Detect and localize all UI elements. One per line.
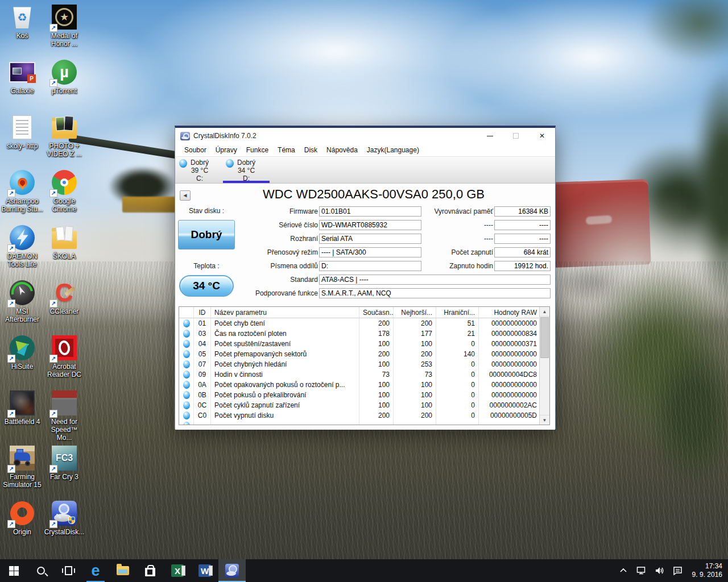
back-button[interactable]: ◄ [180,190,191,201]
icon-label: Google Chrome [43,197,85,213]
icon-label: HiSuite [11,363,34,371]
desktop-icon-photo-video[interactable]: PHOTO + VIDEO Z ... [43,114,85,169]
desktop-icon-skola[interactable]: ŠKOLA [43,224,85,279]
header-status [179,307,194,318]
field-label: Písmena oddílů [238,261,318,271]
smart-row[interactable]: 0C Počet cyklů zapnutí zařízení 100 100 … [179,400,549,410]
title-bar[interactable]: CrystalDiskInfo 7.0.2 ✕ [175,128,555,144]
drive-tab-d[interactable]: Dobrý 34 °C D: [223,157,270,183]
folder-icon [52,231,77,249]
desktop-icon-utorrent[interactable]: µ↗ µTorrent [43,59,85,114]
power-on-hours-field: 19912 hod. [494,261,551,271]
icon-label: Need for Speed™ Mo... [43,418,85,442]
volume-icon[interactable] [652,559,667,582]
start-button[interactable] [0,559,27,582]
table-scrollbar[interactable]: ▲ ▼ [539,307,549,425]
drive-tab-c[interactable]: Dobrý 39 °C C: [176,157,223,183]
drive-letter: C: [176,174,223,182]
health-orb-icon [179,159,187,168]
buffer-field: 16384 KB [494,206,551,217]
scroll-down-button[interactable]: ▼ [540,415,549,425]
icon-label: Battlefield 4 [5,418,40,426]
firmware-field: 01.01B01 [319,206,421,217]
desktop-icon-hisuite[interactable]: ↗ HiSuite [1,334,43,389]
desktop-icon-google-chrome[interactable]: ↗ Google Chrome [43,169,85,224]
menu-napoveda[interactable]: Nápověda [322,146,362,154]
network-icon[interactable] [634,559,649,582]
smart-row[interactable]: 05 Počet přemapovaných sektorů 200 200 1… [179,349,549,359]
desktop-icon-msi-afterburner[interactable]: ↗ MSI Afterburner [1,279,43,334]
minimize-button[interactable] [477,128,503,144]
taskbar-store-button[interactable] [136,559,164,582]
tray-chevron-button[interactable] [616,559,631,582]
taskbar-excel-button[interactable]: X [164,559,191,582]
taskbar-crystaldiskinfo-button[interactable] [218,559,246,582]
maximize-button[interactable] [503,128,529,144]
shortcut-arrow-icon: ↗ [49,24,57,32]
smart-row[interactable]: 0A Počet opakovaných pokusů o roztočení … [179,380,549,390]
action-center-icon[interactable] [671,559,685,582]
desktop-icon-origin[interactable]: ↗ Origin [1,500,43,555]
serial-field: WD-WMART0885932 [319,220,421,230]
shortcut-arrow-icon: ↗ [7,410,15,418]
taskbar-word-button[interactable]: W [191,559,218,582]
desktop: ♻ Koš ★↗ Medal of Honor ... P Galaxie µ↗… [0,0,728,582]
smart-row[interactable]: 03 Čas na roztočení ploten 178 177 21 00… [179,329,549,339]
header-name: Název parametru [211,307,359,318]
status-orb-icon [183,401,190,409]
desktop-icon-acrobat-reader[interactable]: ↗ Acrobat Reader DC [43,334,85,389]
desktop-icon-ashampoo[interactable]: ↗ Ashampoo Burning Stu... [1,169,43,224]
task-view-button[interactable] [55,559,82,582]
menu-funkce[interactable]: Funkce [242,146,273,154]
shortcut-arrow-icon: ↗ [49,520,57,528]
close-button[interactable]: ✕ [529,128,555,144]
menu-disk[interactable]: Disk [300,146,322,154]
recycle-bin-icon: ♻ [13,6,32,28]
desktop-icon-galaxie[interactable]: P Galaxie [1,59,43,114]
taskbar-explorer-button[interactable] [109,559,136,582]
scroll-down-icon: ▼ [543,418,547,423]
drive-selector-bar: Dobrý 39 °C C: Dobrý 34 °C D: [175,156,555,184]
menu-soubor[interactable]: Soubor [180,146,211,154]
desktop-icon-medal-of-honor[interactable]: ★↗ Medal of Honor ... [43,3,85,59]
shortcut-arrow-icon: ↗ [7,520,15,528]
crystaldiskinfo-icon [225,564,239,577]
desktop-icon-ccleaner[interactable]: C↗ CCleaner [43,279,85,334]
desktop-icon-skoly-http[interactable]: skoly- http [1,114,43,169]
smart-row[interactable]: 01 Počet chyb čtení 200 200 51 000000000… [179,318,549,329]
icon-label: Galaxie [11,87,34,95]
smart-row[interactable]: 07 Počet chybných hledání 100 253 0 0000… [179,359,549,369]
scrollbar-thumb[interactable] [540,317,549,358]
menu-upravy[interactable]: Úpravy [211,146,242,154]
icon-label: Farming Simulator 15 [1,473,43,489]
smart-row[interactable]: 0B Počet pokusů o překalibrování 100 100… [179,390,549,400]
temperature-button[interactable]: 34 °C [179,275,234,297]
search-button[interactable] [27,559,55,582]
desktop-icon-daemon-tools[interactable]: ↗ DAEMON Tools Lite [1,224,43,279]
taskbar-clock[interactable]: 17:34 9. 9. 2016 [689,562,722,579]
scroll-up-button[interactable]: ▲ [540,307,549,317]
transfer-mode-field: ---- | SATA/300 [319,247,421,257]
health-status-button[interactable]: Dobrý [178,220,235,250]
smart-row[interactable]: 09 Hodin v činnosti 73 73 0 000000004DC8 [179,369,549,380]
field-label: Počet zapnutí [414,247,493,257]
menu-tema[interactable]: Téma [273,146,300,154]
desktop-icon-need-for-speed[interactable]: ↗ Need for Speed™ Mo... [43,389,85,444]
field-label: Standard [238,275,318,285]
desktop-icon-recycle-bin[interactable]: ♻ Koš [1,3,43,59]
icon-label: skoly- http [7,142,38,150]
desktop-icon-battlefield4[interactable]: ↗ Battlefield 4 [1,389,43,444]
smart-row[interactable]: 04 Počet spuštění/zastavení 100 100 0 00… [179,339,549,349]
menu-jazyk[interactable]: Jazyk(Language) [362,146,424,154]
desktop-icon-far-cry-3[interactable]: FC3↗ Far Cry 3 [43,444,85,500]
header-threshold: Hraniční... [436,307,479,318]
smart-row[interactable]: C0 Počet vypnutí disku 200 200 0 0000000… [179,410,549,421]
shortcut-arrow-icon: ↗ [7,465,15,473]
icon-label: DAEMON Tools Lite [1,252,43,268]
shortcut-arrow-icon: ↗ [49,300,57,307]
desktop-icon-farming-simulator[interactable]: ↗ Farming Simulator 15 [1,444,43,500]
desktop-icon-crystaldiskinfo[interactable]: ↗ CrystalDisk... [43,500,85,555]
taskbar-edge-button[interactable]: e [82,559,109,582]
power-on-count-field: 684 krát [494,247,551,257]
header-id: ID [194,307,211,318]
